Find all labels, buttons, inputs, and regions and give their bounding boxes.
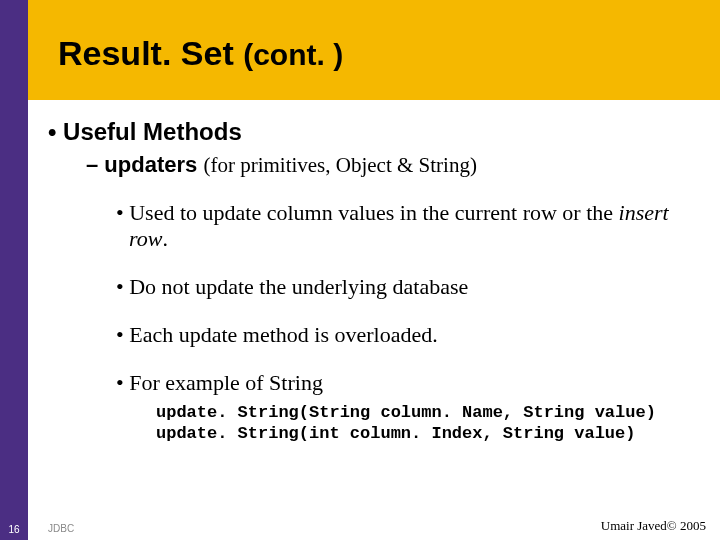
footer-topic: JDBC: [48, 523, 74, 534]
bullet-3: Each update method is overloaded.: [116, 322, 708, 348]
bullet-1-tail: .: [162, 226, 168, 251]
left-accent-stripe: [0, 0, 28, 540]
bullet-2-text: Do not update the underlying database: [129, 274, 468, 299]
bullet-2: Do not update the underlying database: [116, 274, 708, 300]
code-line-2: update. String(int column. Index, String…: [156, 423, 708, 444]
subheading-updaters: – updaters (for primitives, Object & Str…: [86, 152, 708, 178]
heading-useful-methods: • Useful Methods: [48, 118, 708, 146]
slide-title: Result. Set (cont. ): [58, 34, 343, 73]
title-suffix: (cont. ): [243, 38, 343, 71]
sub-qualifier: (for primitives, Object & String): [203, 153, 477, 177]
heading-text: Useful Methods: [63, 118, 242, 145]
code-line-1: update. String(String column. Name, Stri…: [156, 402, 708, 423]
title-main: Result. Set: [58, 34, 234, 72]
sub-prefix: –: [86, 152, 104, 177]
footer-credit: Umair Javed© 2005: [601, 518, 706, 534]
slide-content: • Useful Methods – updaters (for primiti…: [40, 118, 708, 444]
sub-label: updaters: [104, 152, 197, 177]
bullet-4: For example of String: [116, 370, 708, 396]
bullet-4-text: For example of String: [129, 370, 323, 395]
bullet-1-text: Used to update column values in the curr…: [129, 200, 618, 225]
footer: 16 JDBC Umair Javed© 2005: [0, 516, 720, 540]
bullet-3-text: Each update method is overloaded.: [129, 322, 438, 347]
bullet-1: Used to update column values in the curr…: [116, 200, 708, 252]
page-number: 16: [6, 524, 22, 535]
